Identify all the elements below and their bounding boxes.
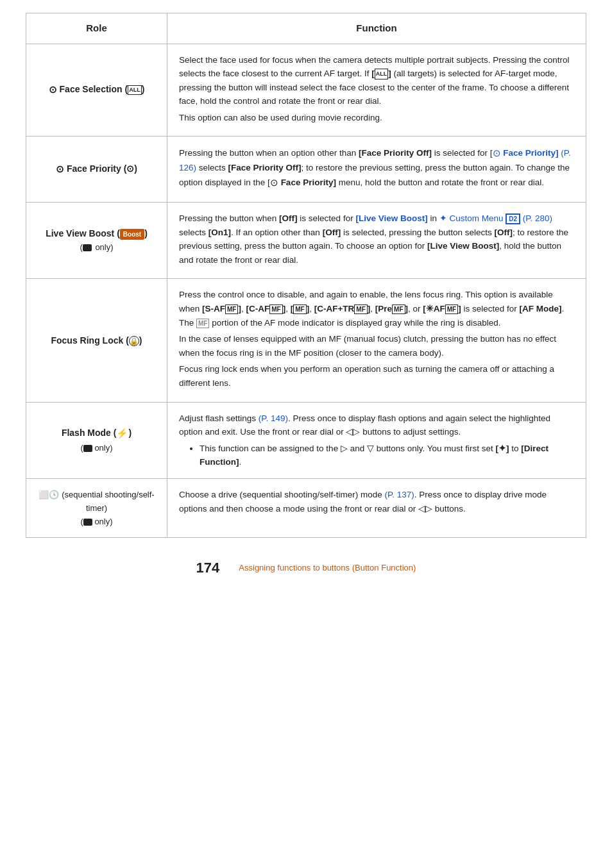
- function-flash-mode: Adjust flash settings (P. 149). Press on…: [167, 402, 586, 478]
- role-face-selection: ⊙ Face Selection (ALL): [26, 44, 167, 137]
- function-face-priority: Pressing the button when an option other…: [167, 137, 586, 203]
- role-sequential: ⬜🕓 (sequential shooting/self-timer) ( on…: [26, 478, 167, 537]
- seq-page-ref: (P. 137): [384, 490, 414, 499]
- table-row: ⬜🕓 (sequential shooting/self-timer) ( on…: [26, 478, 586, 537]
- all-icon: ALL: [375, 69, 389, 79]
- seq-label: (sequential shooting/self-timer): [62, 490, 155, 513]
- fm-bullets: This function can be assigned to the ▷ a…: [179, 442, 574, 469]
- mf-box3: MF: [293, 305, 306, 314]
- function-sequential: Choose a drive (sequential shooting/self…: [167, 478, 586, 537]
- odot-icon-2: ⊙: [56, 162, 64, 177]
- lvb-page-ref: (P. 280): [523, 213, 552, 223]
- frl-bold4: [C-AF+TRMF]: [314, 304, 371, 313]
- role-face-priority: ⊙ Face Priority (⊙): [26, 137, 167, 203]
- paren-close: ): [142, 84, 145, 94]
- role-label-fp: Face Priority: [67, 163, 124, 174]
- fp-odot: ⊙: [493, 146, 501, 161]
- page-container: Role Function ⊙ Face Selection (ALL) Sel…: [0, 0, 612, 604]
- fm-sub: ( only): [80, 443, 112, 453]
- fp-bold2: [Face Priority Off]: [228, 163, 302, 172]
- fp-icon-wrap: (⊙): [124, 163, 137, 174]
- col-header-function: Function: [167, 13, 586, 44]
- frl-p3: Focus ring lock ends when you perform an…: [179, 362, 574, 390]
- table-row: ⊙ Face Priority (⊙) Pressing the button …: [26, 137, 586, 203]
- seq-p1: Choose a drive (sequential shooting/self…: [179, 488, 574, 515]
- mf-box5: MF: [392, 305, 405, 314]
- col-header-role: Role: [26, 13, 167, 44]
- table-row: Live View Boost (Boost) ( only) Pressing…: [26, 203, 586, 279]
- fp-bold1: [Face Priority Off]: [359, 148, 432, 158]
- function-focus-ring-lock: Press the control once to disable, and a…: [167, 279, 586, 402]
- lvb-label: Live View Boost: [46, 228, 114, 238]
- frl-bold3: [MF]: [291, 304, 309, 313]
- page-description: Assigning functions to buttons (Button F…: [239, 562, 416, 574]
- role-label: Face Selection: [60, 84, 125, 94]
- flash-icon: ⚡: [116, 428, 128, 438]
- camera-icon-2: [83, 445, 92, 452]
- lvb-bold5: [Live View Boost]: [427, 241, 499, 251]
- mf-box2: MF: [269, 305, 282, 314]
- seq-sub: ( only): [80, 517, 112, 526]
- lvb-live-link[interactable]: [Live View Boost]: [355, 213, 427, 223]
- lvb-bold1: [Off]: [279, 213, 297, 223]
- mf-box6: MF: [445, 305, 458, 314]
- frl-bold2: [C-AFMF]: [246, 304, 286, 313]
- fm-label: Flash Mode: [62, 428, 111, 438]
- lvb-p1: Pressing the button when [Off] is select…: [179, 212, 574, 267]
- fm-p1: Adjust flash settings (P. 149). Press on…: [179, 412, 574, 439]
- fs-p1: Select the face used for focus when the …: [179, 53, 574, 108]
- seq-icon: ⬜🕓: [38, 490, 59, 499]
- lvb-gear: ✦ Custom Menu: [439, 213, 504, 223]
- fp-odot2: ⊙: [270, 175, 278, 190]
- frl-bold1: [S-AFMF]: [202, 304, 241, 313]
- page-footer: 174 Assigning functions to buttons (Butt…: [26, 557, 586, 578]
- frl-label: Focus Ring Lock: [51, 335, 123, 346]
- camera-icon: [83, 244, 92, 251]
- all-targets-icon: ALL: [128, 85, 142, 96]
- frl-p2: In the case of lenses equipped with an M…: [179, 332, 574, 360]
- main-table: Role Function ⊙ Face Selection (ALL) Sel…: [26, 13, 586, 538]
- fs-p2: This option can also be used during movi…: [179, 111, 574, 125]
- page-number: 174: [196, 557, 220, 578]
- frl-p1: Press the control once to disable, and a…: [179, 288, 574, 330]
- fm-bullet1: This function can be assigned to the ▷ a…: [200, 442, 574, 469]
- table-row: Focus Ring Lock (🔒) Press the control on…: [26, 279, 586, 402]
- mf-box4: MF: [354, 305, 367, 314]
- mf-gray: MF: [196, 319, 209, 328]
- role-flash-mode: Flash Mode (⚡) ( only): [26, 402, 167, 478]
- table-row: Flash Mode (⚡) ( only) Adjust flash sett…: [26, 402, 586, 478]
- frl-bold5: [PreMF]: [375, 304, 408, 313]
- odot-icon: ⊙: [49, 83, 57, 97]
- lvb-bold2: [On1]: [208, 228, 231, 237]
- lvb-sub: ( only): [80, 242, 113, 252]
- frl-bold7: [AF Mode]: [520, 304, 562, 313]
- camera-icon-3: [83, 519, 92, 526]
- fp-face-priority-link[interactable]: Face Priority]: [503, 148, 558, 158]
- fp-p1: Pressing the button when an option other…: [179, 146, 574, 190]
- lvb-bold4: [Off]: [495, 228, 513, 237]
- fp-bold3: Face Priority]: [281, 178, 336, 187]
- function-live-view-boost: Pressing the button when [Off] is select…: [167, 203, 586, 279]
- lvb-d2-icon: D2: [506, 213, 520, 224]
- boost-icon: Boost: [120, 229, 144, 240]
- fm-page-ref: (P. 149): [259, 413, 288, 423]
- function-face-selection: Select the face used for focus when the …: [167, 44, 586, 137]
- mf-box1: MF: [225, 305, 238, 314]
- lvb-bold3: [Off]: [323, 228, 341, 237]
- role-focus-ring-lock: Focus Ring Lock (🔒): [26, 279, 167, 402]
- table-row: ⊙ Face Selection (ALL) Select the face u…: [26, 44, 586, 137]
- frl-icon: 🔒: [129, 336, 139, 346]
- frl-bold6: [✳AFMF]: [423, 304, 461, 313]
- fm-bold1: [✦]: [496, 444, 509, 453]
- role-live-view-boost: Live View Boost (Boost) ( only): [26, 203, 167, 279]
- fs-bracket: ]: [388, 69, 391, 78]
